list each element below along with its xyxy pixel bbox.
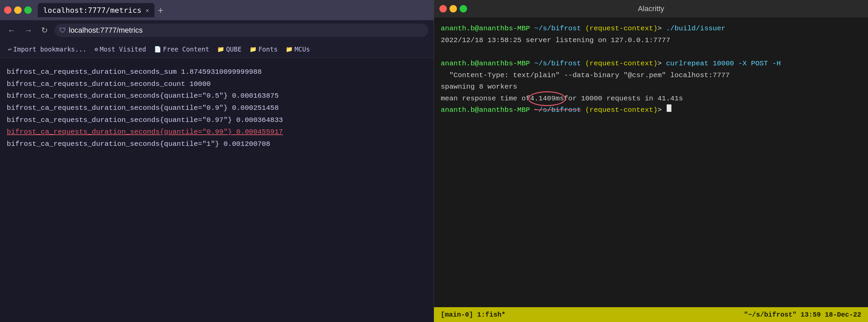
prompt-gt: >	[658, 58, 662, 70]
terminal-minimize-button[interactable]	[450, 5, 457, 12]
prompt-space2	[581, 23, 585, 35]
terminal-title: Alacritty	[638, 4, 664, 13]
tab-close-icon[interactable]: ×	[145, 7, 149, 14]
prompt-host: ananthbs-MBP	[479, 104, 530, 116]
prompt-branch: (request-context)	[585, 104, 658, 116]
folder-icon: 📄	[154, 46, 161, 53]
terminal-panel: Alacritty ananth.b@ananthbs-MBP ~/s/bifr…	[434, 0, 868, 322]
metric-line-1: bifrost_ca_requests_duration_seconds_sum…	[7, 66, 427, 78]
prompt-path: ~/s/bifrost	[534, 58, 581, 70]
bookmark-mcus[interactable]: 📁 MCUs	[282, 44, 313, 54]
url-input[interactable]	[55, 24, 428, 37]
minimize-button[interactable]	[14, 6, 22, 14]
terminal-blank	[441, 46, 861, 58]
bookmark-label: MCUs	[294, 45, 310, 53]
url-bar-wrap: 🛡	[55, 24, 428, 37]
prompt-gt: >	[658, 104, 662, 116]
terminal-close-button[interactable]	[439, 5, 447, 12]
prompt-space	[530, 104, 534, 116]
terminal-window-controls	[439, 5, 467, 12]
prompt-space	[530, 58, 534, 70]
bookmark-label: Import bookmarks...	[13, 45, 86, 53]
prompt-path: ~/s/bifrost	[534, 104, 581, 116]
prompt-cmd: curlrepeat 10000 -X POST -H	[666, 58, 781, 70]
tab-title: localhost:7777/metrics	[43, 6, 141, 14]
prompt-cmd: ./build/issuer	[666, 23, 725, 35]
terminal-maximize-button[interactable]	[460, 5, 467, 12]
reload-button[interactable]: ↻	[39, 24, 50, 36]
browser-navbar: ← → ↻ 🛡	[0, 20, 434, 40]
metric-line-5: bifrost_ca_requests_duration_seconds{qua…	[7, 114, 427, 126]
forward-button[interactable]: →	[22, 24, 34, 36]
prompt-user: ananth.b	[441, 104, 475, 116]
prompt-space3	[662, 23, 666, 35]
output-text: spawning 8 workers	[441, 81, 517, 93]
back-button[interactable]: ←	[5, 24, 18, 36]
prompt-at: @	[475, 23, 479, 35]
bookmark-fonts[interactable]: 📁 Fonts	[246, 44, 281, 54]
bookmark-import[interactable]: ↩ Import bookmarks...	[5, 44, 90, 54]
prompt-at: @	[475, 104, 479, 116]
window-controls	[4, 6, 32, 14]
bookmark-label: Fonts	[258, 45, 278, 53]
prompt-at: @	[475, 58, 479, 70]
import-icon: ↩	[8, 46, 11, 53]
output-after: for 10000 requests in 41.41s	[564, 93, 683, 105]
terminal-body[interactable]: ananth.b@ananthbs-MBP ~/s/bifrost (reque…	[434, 18, 868, 307]
bookmark-label: Most Visited	[100, 45, 146, 53]
prompt-space2	[581, 58, 585, 70]
terminal-line-prompt-1: ananth.b@ananthbs-MBP ~/s/bifrost (reque…	[441, 23, 861, 35]
prompt-space2	[581, 104, 585, 116]
terminal-titlebar: Alacritty	[434, 0, 868, 18]
shield-icon: 🛡	[59, 26, 66, 34]
bookmark-qube[interactable]: 📁 QUBE	[214, 44, 245, 54]
terminal-line-prompt-last: ananth.b@ananthbs-MBP ~/s/bifrost (reque…	[441, 104, 861, 116]
statusbar-right: "~/s/bifrost" 13:59 18-Dec-22	[744, 311, 861, 319]
folder-icon: 📁	[250, 46, 257, 53]
prompt-space	[530, 23, 534, 35]
folder-icon: 📁	[217, 46, 224, 53]
bookmarks-bar: ↩ Import bookmarks... ⚙ Most Visited 📄 F…	[0, 40, 434, 58]
prompt-branch: (request-context)	[585, 58, 658, 70]
terminal-line-cont: "Content-Type: text/plain" --data-binary…	[441, 70, 861, 82]
output-before: mean response time of	[441, 93, 530, 105]
statusbar-left: [main-0] 1:fish*	[441, 311, 505, 319]
prompt-host: ananthbs-MBP	[479, 23, 530, 35]
browser-content: bifrost_ca_requests_duration_seconds_sum…	[0, 58, 434, 322]
browser-panel: localhost:7777/metrics × + ← → ↻ 🛡 ↩ Imp…	[0, 0, 434, 322]
prompt-space3	[662, 104, 666, 116]
output-text: "Content-Type: text/plain" --data-binary…	[441, 70, 730, 82]
prompt-host: ananthbs-MBP	[479, 58, 530, 70]
prompt-branch: (request-context)	[585, 23, 658, 35]
terminal-line-prompt-2: ananth.b@ananthbs-MBP ~/s/bifrost (reque…	[441, 58, 861, 70]
metric-line-6: bifrost_ca_requests_duration_seconds{qua…	[7, 126, 427, 138]
prompt-path: ~/s/bifrost	[534, 23, 581, 35]
output-text: 2022/12/18 13:58:25 server listening on …	[441, 35, 670, 46]
prompt-user: ananth.b	[441, 58, 475, 70]
terminal-statusbar: [main-0] 1:fish* "~/s/bifrost" 13:59 18-…	[434, 307, 868, 322]
browser-tab-active[interactable]: localhost:7777/metrics ×	[38, 3, 154, 17]
browser-titlebar: localhost:7777/metrics × +	[0, 0, 434, 20]
metric-line-3: bifrost_ca_requests_duration_seconds{qua…	[7, 90, 427, 102]
terminal-line-mean: mean response time of 4.1409ms for 10000…	[441, 93, 861, 105]
new-tab-button[interactable]: +	[158, 5, 163, 15]
terminal-line-server: 2022/12/18 13:58:25 server listening on …	[441, 35, 861, 46]
bookmark-free-content[interactable]: 📄 Free Content	[151, 44, 212, 54]
cursor	[667, 104, 671, 112]
terminal-line-spawn: spawning 8 workers	[441, 81, 861, 93]
maximize-button[interactable]	[24, 6, 32, 14]
metric-line-7: bifrost_ca_requests_duration_seconds{qua…	[7, 138, 427, 150]
folder-icon: 📁	[286, 46, 293, 53]
prompt-user: ananth.b	[441, 23, 475, 35]
prompt-gt: >	[658, 23, 662, 35]
gear-icon: ⚙	[95, 46, 98, 53]
annotated-time: 4.1409ms	[530, 93, 564, 105]
bookmark-most-visited[interactable]: ⚙ Most Visited	[91, 44, 150, 54]
prompt-space3	[662, 58, 666, 70]
bookmark-label: QUBE	[226, 45, 241, 53]
close-button[interactable]	[4, 6, 11, 14]
metric-line-4: bifrost_ca_requests_duration_seconds{qua…	[7, 102, 427, 114]
bookmark-label: Free Content	[163, 45, 209, 53]
tab-bar: localhost:7777/metrics × +	[38, 3, 430, 17]
metric-line-2: bifrost_ca_requests_duration_seconds_cou…	[7, 78, 427, 90]
